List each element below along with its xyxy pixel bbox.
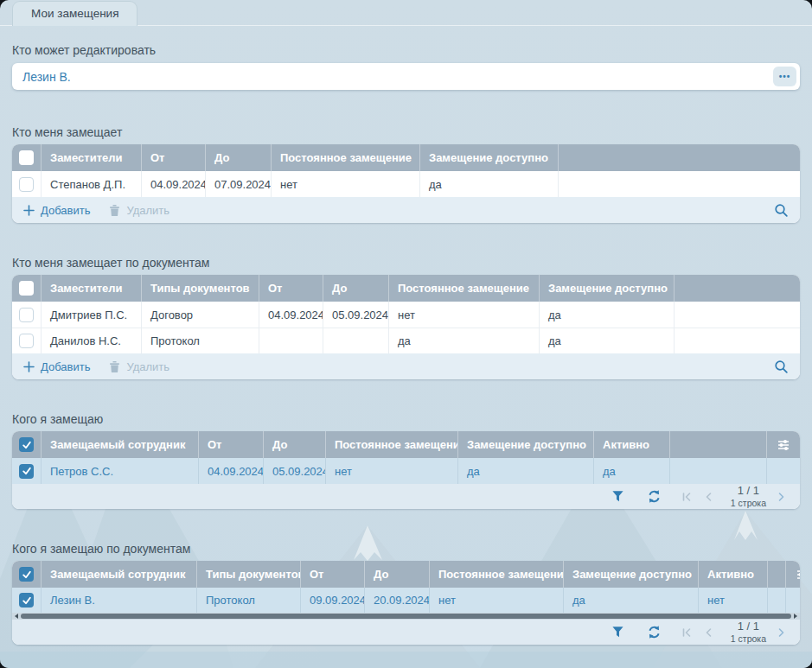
column-header-employee[interactable]: Замещаемый сотрудник [42, 561, 197, 588]
cell-from: 04.09.2024 [199, 458, 264, 484]
search-icon[interactable] [774, 203, 789, 218]
row-count: 1 строка [731, 498, 766, 508]
tab-my-substitutions[interactable]: Мои замещения [12, 1, 137, 26]
select-all-checkbox[interactable] [19, 281, 34, 296]
cell-active: нет [699, 588, 768, 613]
table-header-row: Замещаемый сотрудник От До Постоянное за… [12, 431, 800, 458]
cell-permanent: нет [389, 302, 540, 328]
horizontal-scrollbar[interactable] [12, 613, 800, 620]
column-header-permanent[interactable]: Постоянное замещение [389, 275, 540, 302]
delete-button[interactable]: Удалить [109, 360, 169, 373]
first-page-icon[interactable] [681, 491, 693, 503]
filter-icon[interactable] [611, 490, 624, 503]
chevron-right-icon[interactable] [775, 491, 787, 503]
column-header-empty [675, 275, 800, 302]
table-row-selected[interactable]: Петров С.С. 04.09.2024 05.09.2024 нет да… [12, 458, 800, 484]
select-all-checkbox[interactable] [19, 437, 34, 452]
table-row-selected[interactable]: Лезин В. Протокол 09.09.2024 20.09.2024 … [12, 588, 800, 613]
column-header-to[interactable]: До [323, 275, 389, 302]
editor-field: ••• [12, 63, 800, 90]
table-who-replaces-me: Заместители От До Постоянное замещение З… [12, 144, 800, 223]
add-button[interactable]: Добавить [23, 360, 90, 373]
editor-field-label: Кто может редактировать [12, 43, 800, 57]
table-toolbar: 1 / 1 1 строка [12, 620, 800, 645]
delete-button[interactable]: Удалить [109, 204, 169, 217]
column-header-active[interactable]: Активно [594, 431, 670, 458]
select-all-checkbox[interactable] [19, 150, 34, 165]
cell-from [259, 328, 323, 353]
tab-bar: Мои замещения [0, 0, 812, 26]
editor-input[interactable] [12, 63, 800, 90]
column-header-active[interactable]: Активно [699, 561, 768, 588]
column-chooser-icon[interactable] [796, 568, 800, 582]
table-whom-i-replace: Замещаемый сотрудник От До Постоянное за… [12, 431, 800, 509]
column-header-employee[interactable]: Замещаемый сотрудник [42, 431, 199, 458]
row-count: 1 строка [731, 633, 766, 644]
cell-deputy: Данилов Н.С. [42, 328, 142, 353]
chevron-left-icon[interactable] [703, 491, 715, 503]
chevron-left-icon[interactable] [703, 627, 715, 639]
column-header-available[interactable]: Замещение доступно [564, 561, 699, 588]
refresh-icon[interactable] [647, 625, 662, 639]
column-header-doctypes[interactable]: Типы документов [197, 561, 301, 588]
column-header-deputies[interactable]: Заместители [42, 144, 142, 171]
column-header-from[interactable]: От [142, 144, 206, 171]
column-header-from[interactable]: От [259, 275, 323, 302]
cell-doctype: Протокол [142, 328, 259, 353]
chevron-right-icon[interactable] [775, 627, 787, 639]
header-checkbox-cell [12, 431, 42, 458]
table-who-replaces-me-by-documents: Заместители Типы документов От До Постоя… [12, 275, 800, 379]
column-header-from[interactable]: От [199, 431, 264, 458]
scroll-left-arrow-icon[interactable] [15, 614, 18, 619]
table-row[interactable]: Дмитриев П.С. Договор 04.09.2024 05.09.2… [12, 302, 800, 328]
page-number: 1 / 1 [738, 620, 759, 633]
section-title-whom-i-replace: Кого я замещаю [12, 412, 800, 426]
row-checkbox[interactable] [19, 308, 34, 322]
page-indicator: 1 / 1 1 строка [731, 485, 766, 508]
stage: Мои замещения Кто может редактировать ••… [0, 0, 812, 668]
column-header-empty [670, 431, 767, 458]
column-header-available[interactable]: Замещение доступно [420, 144, 559, 171]
add-button[interactable]: Добавить [23, 204, 90, 217]
column-chooser-icon[interactable] [777, 438, 790, 452]
table-row[interactable]: Степанов Д.П. 04.09.2024 07.09.2024 нет … [12, 171, 800, 197]
row-checkbox[interactable] [19, 464, 34, 479]
row-checkbox-cell [12, 458, 42, 484]
column-header-permanent[interactable]: Постоянное замещение [430, 561, 564, 588]
column-header-to[interactable]: До [264, 431, 326, 458]
check-icon [22, 595, 32, 606]
cell-empty [786, 588, 800, 613]
filter-icon[interactable] [611, 626, 624, 639]
lookup-more-button[interactable]: ••• [773, 67, 796, 86]
column-header-deputies[interactable]: Заместители [42, 275, 142, 302]
header-checkbox-cell [12, 144, 42, 171]
add-button-label: Добавить [41, 204, 90, 217]
cell-permanent: нет [326, 458, 458, 484]
column-header-permanent[interactable]: Постоянное замещение [326, 431, 458, 458]
table-toolbar: 1 / 1 1 строка [12, 484, 800, 509]
scroll-right-arrow-icon[interactable] [794, 614, 797, 619]
column-header-doctypes[interactable]: Типы документов [142, 275, 259, 302]
trash-icon [109, 204, 120, 217]
column-header-available[interactable]: Замещение доступно [540, 275, 675, 302]
row-checkbox[interactable] [19, 177, 34, 192]
table-row[interactable]: Данилов Н.С. Протокол да да [12, 328, 800, 353]
row-checkbox[interactable] [19, 593, 34, 608]
column-header-from[interactable]: От [301, 561, 365, 588]
column-header-available[interactable]: Замещение доступно [458, 431, 594, 458]
section-title-who-replaces-me-by-documents: Кто меня замещает по документам [12, 256, 800, 270]
select-all-checkbox[interactable] [19, 567, 34, 582]
column-header-employee-label: Замещаемый сотрудник [50, 568, 185, 581]
column-header-to[interactable]: До [365, 561, 430, 588]
row-checkbox[interactable] [19, 334, 34, 348]
column-header-to[interactable]: До [206, 144, 272, 171]
table-header-row: Замещаемый сотрудник Типы документов От … [12, 561, 800, 588]
column-header-permanent[interactable]: Постоянное замещение [272, 144, 420, 171]
column-header-employee-label: Замещаемый сотрудник [50, 438, 185, 451]
refresh-icon[interactable] [647, 489, 662, 504]
first-page-icon[interactable] [681, 627, 693, 639]
search-icon[interactable] [774, 359, 789, 374]
scrollbar-thumb[interactable] [21, 614, 791, 619]
cell-from: 04.09.2024 [142, 171, 206, 197]
plus-icon [23, 205, 35, 216]
